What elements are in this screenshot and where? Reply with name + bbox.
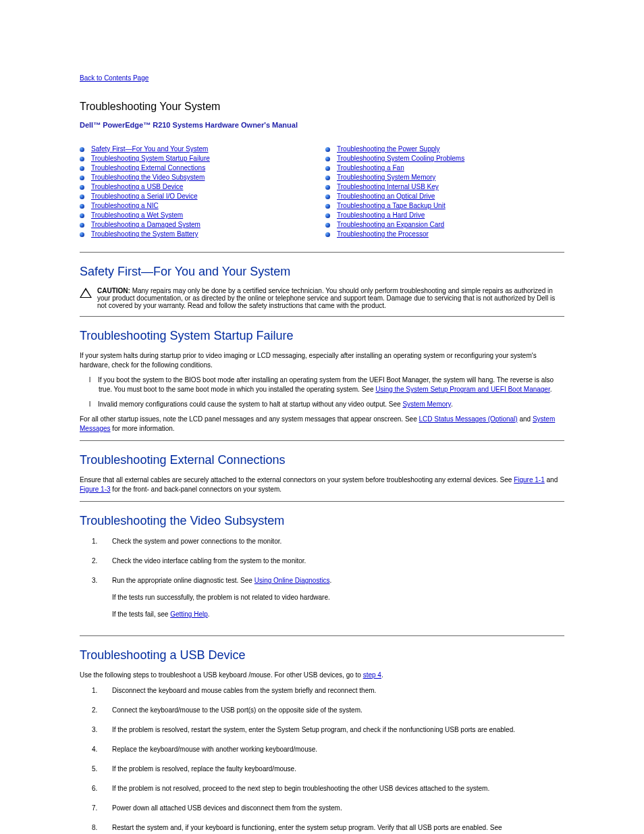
page-title: Troubleshooting Your System	[80, 101, 564, 113]
paragraph: If your system halts during startup prio…	[80, 351, 564, 370]
link-step-4[interactable]: step 4	[363, 671, 381, 679]
step-item: 3. Run the appropriate online diagnostic…	[80, 575, 564, 626]
toc-link[interactable]: Troubleshooting an Expansion Card	[337, 221, 444, 229]
step-text: Power down all attached USB devices and …	[112, 803, 564, 813]
toc-item: Troubleshooting a USB Device	[80, 183, 319, 191]
step-item: 3. If the problem is resolved, restart t…	[80, 725, 564, 735]
toc-link[interactable]: Troubleshooting the Power Supply	[337, 145, 440, 153]
toc-item: Troubleshooting External Connections	[80, 164, 319, 172]
toc-item: Troubleshooting System Cooling Problems	[325, 155, 564, 163]
bullet-icon	[80, 223, 84, 228]
toc-link[interactable]: Troubleshooting a USB Device	[91, 183, 183, 191]
toc-link[interactable]: Troubleshooting a Hard Drive	[337, 211, 425, 219]
step-number: 2.	[80, 705, 104, 715]
bullet-icon	[325, 166, 330, 171]
link-system-setup[interactable]: Using the System Setup Program and UEFI …	[375, 386, 549, 393]
toc-item: Troubleshooting the Power Supply	[325, 145, 564, 153]
toc-link[interactable]: Troubleshooting a Tape Backup Unit	[337, 202, 446, 210]
toc-link[interactable]: Safety First—For You and Your System	[91, 145, 208, 153]
link-figure-1-3[interactable]: Figure 1-3	[80, 486, 111, 493]
toc-item: Safety First—For You and Your System	[80, 145, 319, 153]
section-heading-startup: Troubleshooting System Startup Failure	[80, 329, 564, 343]
bullet-icon	[325, 232, 330, 237]
toc-link[interactable]: Troubleshooting Internal USB Key	[337, 183, 439, 191]
divider	[80, 252, 564, 253]
toc-link[interactable]: Troubleshooting the Processor	[337, 230, 429, 238]
bullet-icon	[80, 176, 84, 180]
step-item: 1. Check the system and power connection…	[80, 536, 564, 546]
bullet-icon	[325, 223, 330, 228]
step-text: If the problem is resolved, replace the …	[112, 764, 564, 774]
step-number: 2.	[80, 556, 104, 566]
page: Back to Contents Page Troubleshooting Yo…	[0, 0, 644, 834]
caution-icon	[80, 288, 92, 298]
bullet-icon	[80, 232, 84, 237]
toc-link[interactable]: Troubleshooting System Memory	[337, 174, 435, 182]
toc-item: Troubleshooting a Fan	[325, 164, 564, 172]
step-text: Check the video interface cabling from t…	[112, 556, 564, 566]
list-item: l Invalid memory configurations could ca…	[80, 400, 564, 409]
step-text: Check the system and power connections t…	[112, 536, 564, 546]
step-text: Replace the keyboard/mouse with another …	[112, 744, 564, 754]
toc-item: Troubleshooting the System Battery	[80, 230, 319, 238]
caution-text: CAUTION: Many repairs may only be done b…	[97, 287, 564, 309]
list-item: l If you boot the system to the BIOS boo…	[80, 375, 564, 394]
toc: Safety First—For You and Your SystemTrou…	[80, 145, 564, 240]
step-number: 8.	[80, 823, 104, 833]
link-getting-help[interactable]: Getting Help	[170, 610, 208, 618]
link-online-diagnostics[interactable]: Using Online Diagnostics	[254, 577, 330, 584]
link-lcd-messages[interactable]: LCD Status Messages (Optional)	[419, 415, 518, 423]
paragraph: Ensure that all external cables are secu…	[80, 475, 564, 494]
step-text: Run the appropriate online diagnostic te…	[112, 575, 564, 626]
bullet-icon	[80, 213, 84, 218]
bullet-icon	[80, 204, 84, 209]
toc-link[interactable]: Troubleshooting the System Battery	[91, 230, 198, 238]
toc-link[interactable]: Troubleshooting External Connections	[91, 164, 205, 172]
bullet-icon	[325, 147, 330, 152]
bullet-icon	[80, 147, 84, 152]
toc-item: Troubleshooting a Serial I/O Device	[80, 192, 319, 201]
section-heading-safety: Safety First—For You and Your System	[80, 265, 564, 279]
step-number: 3.	[80, 575, 104, 626]
divider	[80, 501, 564, 502]
toc-right-column: Troubleshooting the Power SupplyTroubles…	[325, 145, 564, 240]
caution-block: CAUTION: Many repairs may only be done b…	[80, 287, 564, 309]
caution-label: CAUTION:	[97, 287, 130, 294]
back-to-contents-link[interactable]: Back to Contents Page	[80, 74, 149, 82]
step-text: If the problem is resolved, restart the …	[112, 725, 564, 735]
toc-link[interactable]: Troubleshooting a Serial I/O Device	[91, 192, 198, 201]
step-item: 8. Restart the system and, if your keybo…	[80, 823, 564, 833]
toc-item: Troubleshooting a Hard Drive	[325, 211, 564, 219]
step-number: 7.	[80, 803, 104, 813]
divider	[80, 635, 564, 636]
toc-item: Troubleshooting an Expansion Card	[325, 221, 564, 229]
bullet-icon	[80, 185, 84, 190]
bullet-icon	[80, 194, 84, 199]
link-system-memory[interactable]: System Memory	[402, 400, 451, 408]
step-item: 5. If the problem is resolved, replace t…	[80, 764, 564, 774]
bullet-icon	[325, 204, 330, 209]
toc-link[interactable]: Troubleshooting a Fan	[337, 164, 404, 172]
toc-link[interactable]: Troubleshooting System Startup Failure	[91, 155, 210, 163]
toc-item: Troubleshooting System Startup Failure	[80, 155, 319, 163]
toc-link[interactable]: Troubleshooting an Optical Drive	[337, 192, 435, 201]
toc-link[interactable]: Troubleshooting the Video Subsystem	[91, 174, 205, 182]
toc-link[interactable]: Troubleshooting System Cooling Problems	[337, 155, 464, 163]
section-heading-external: Troubleshooting External Connections	[80, 453, 564, 467]
toc-item: Troubleshooting a Tape Backup Unit	[325, 202, 564, 210]
toc-link[interactable]: Troubleshooting a Damaged System	[91, 221, 200, 229]
paragraph: Use the following steps to troubleshoot …	[80, 671, 564, 680]
step-text: Connect the keyboard/mouse to the USB po…	[112, 705, 564, 715]
toc-item: Troubleshooting a Wet System	[80, 211, 319, 219]
toc-link[interactable]: Troubleshooting a NIC	[91, 202, 159, 210]
toc-link[interactable]: Troubleshooting a Wet System	[91, 211, 183, 219]
divider	[80, 316, 564, 317]
manual-subtitle: Dell™ PowerEdge™ R210 Systems Hardware O…	[80, 121, 564, 129]
link-figure-1-1[interactable]: Figure 1-1	[514, 476, 545, 484]
bullet-icon	[325, 157, 330, 161]
step-text: If the problem is not resolved, proceed …	[112, 783, 564, 793]
step-number: 6.	[80, 783, 104, 793]
step-number: 3.	[80, 725, 104, 735]
toc-item: Troubleshooting Internal USB Key	[325, 183, 564, 191]
bullet-icon	[325, 176, 330, 180]
